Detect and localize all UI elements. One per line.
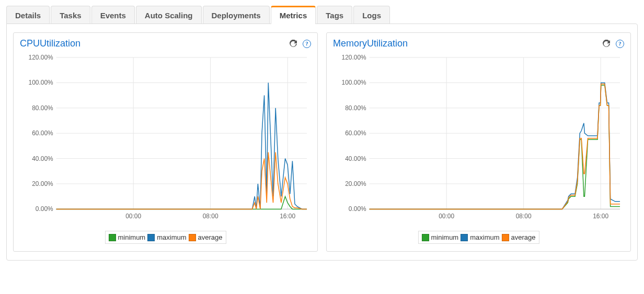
svg-text:80.00%: 80.00%: [345, 104, 366, 112]
svg-text:08:00: 08:00: [203, 213, 218, 220]
legend-avg-label: average: [511, 233, 536, 241]
svg-text:120.00%: 120.00%: [29, 54, 53, 61]
refresh-icon[interactable]: [602, 40, 611, 48]
tab-tasks[interactable]: Tasks: [51, 6, 90, 24]
tab-tags[interactable]: Tags: [317, 6, 352, 24]
charts-row: CPUUtilization ? 0.00%20.00%40.00%60.00%…: [13, 32, 631, 252]
svg-text:0.00%: 0.00%: [349, 205, 366, 213]
chart-legend: minimum maximum average: [105, 231, 226, 244]
tab-metrics[interactable]: Metrics: [271, 6, 316, 24]
svg-text:40.00%: 40.00%: [345, 155, 366, 162]
chart-toolbar: ?: [602, 40, 624, 48]
legend-min-label: minimum: [431, 233, 458, 241]
svg-text:08:00: 08:00: [516, 213, 532, 220]
svg-text:60.00%: 60.00%: [345, 130, 366, 137]
chart-header: MemoryUtilization ?: [333, 38, 624, 49]
legend-average: average: [502, 233, 536, 241]
svg-text:00:00: 00:00: [125, 213, 141, 220]
tab-auto-scaling[interactable]: Auto Scaling: [136, 6, 202, 24]
svg-text:100.00%: 100.00%: [29, 79, 53, 86]
chart-toolbar: ?: [289, 40, 311, 48]
legend-max-label: maximum: [157, 233, 186, 241]
memory-chart: 0.00%20.00%40.00%60.00%80.00%100.00%120.…: [333, 53, 624, 225]
svg-text:60.00%: 60.00%: [32, 130, 53, 137]
legend-minimum: minimum: [108, 233, 145, 241]
svg-text:120.00%: 120.00%: [342, 54, 366, 61]
legend-minimum: minimum: [421, 233, 458, 241]
metrics-panel: CPUUtilization ? 0.00%20.00%40.00%60.00%…: [6, 23, 638, 261]
tab-events[interactable]: Events: [91, 6, 135, 24]
legend-maximum: maximum: [461, 233, 499, 241]
tab-bar: DetailsTasksEventsAuto ScalingDeployment…: [6, 5, 638, 23]
tab-details[interactable]: Details: [6, 6, 50, 24]
legend-avg-label: average: [198, 233, 223, 241]
svg-text:16:00: 16:00: [280, 213, 295, 220]
chart-legend: minimum maximum average: [418, 231, 539, 244]
svg-text:20.00%: 20.00%: [32, 180, 53, 187]
legend-max-label: maximum: [470, 233, 499, 241]
svg-text:80.00%: 80.00%: [32, 104, 53, 112]
help-icon[interactable]: ?: [616, 40, 624, 48]
cpu-chart-card: CPUUtilization ? 0.00%20.00%40.00%60.00%…: [13, 32, 318, 252]
chart-header: CPUUtilization ?: [20, 38, 311, 49]
tab-deployments[interactable]: Deployments: [203, 6, 270, 24]
cpu-chart-title[interactable]: CPUUtilization: [20, 38, 80, 49]
svg-text:40.00%: 40.00%: [32, 155, 53, 162]
memory-chart-title[interactable]: MemoryUtilization: [333, 38, 408, 49]
memory-chart-card: MemoryUtilization ? 0.00%20.00%40.00%60.…: [326, 32, 631, 252]
legend-average: average: [189, 233, 223, 241]
svg-text:00:00: 00:00: [439, 213, 454, 220]
svg-text:0.00%: 0.00%: [36, 205, 53, 213]
cpu-chart: 0.00%20.00%40.00%60.00%80.00%100.00%120.…: [20, 53, 311, 225]
svg-text:100.00%: 100.00%: [342, 79, 366, 86]
legend-maximum: maximum: [147, 233, 186, 241]
svg-text:16:00: 16:00: [593, 213, 608, 220]
help-icon[interactable]: ?: [303, 40, 311, 48]
legend-min-label: minimum: [118, 233, 145, 241]
svg-text:20.00%: 20.00%: [345, 180, 366, 187]
tab-logs[interactable]: Logs: [353, 6, 390, 24]
refresh-icon[interactable]: [289, 40, 297, 48]
